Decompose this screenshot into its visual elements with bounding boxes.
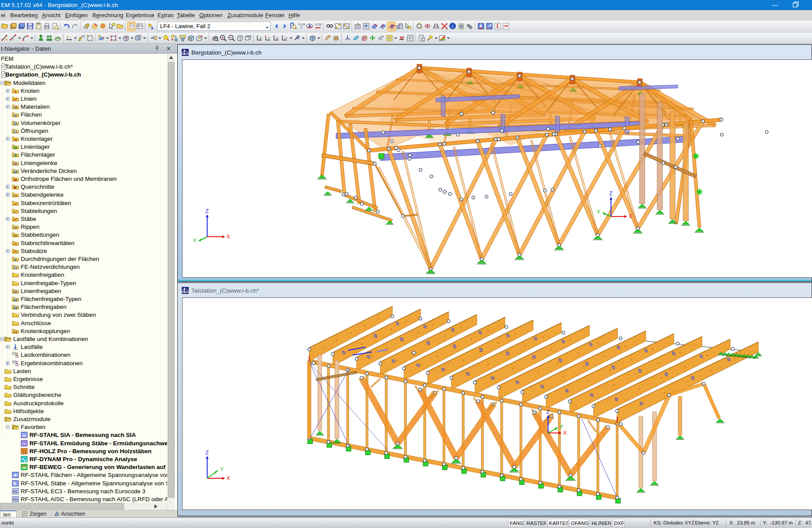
svg-text:XX: XX xyxy=(81,35,85,38)
svg-text:FD: FD xyxy=(22,442,26,445)
svg-text:SIA: SIA xyxy=(22,435,26,437)
svg-text:-Y: -Y xyxy=(284,37,287,40)
svg-text:Z: Z xyxy=(276,37,278,40)
svg-text:Z: Z xyxy=(205,450,208,456)
svg-text:X: X xyxy=(227,475,230,481)
svg-text:Z: Z xyxy=(609,191,612,197)
svg-text:AISC: AISC xyxy=(13,498,18,501)
svg-text:X: X xyxy=(563,430,567,436)
svg-text:Z: Z xyxy=(205,208,208,214)
svg-text:Y: Y xyxy=(268,37,270,40)
svg-text:X.XX: X.XX xyxy=(298,23,305,26)
svg-text:i: i xyxy=(452,24,453,29)
svg-text:Y: Y xyxy=(193,238,197,244)
svg-text:Y: Y xyxy=(560,424,563,430)
svg-text:X: X xyxy=(227,234,230,240)
svg-text:X.XX: X.XX xyxy=(315,23,322,26)
svg-text:I: I xyxy=(12,38,13,41)
svg-text:Y: Y xyxy=(597,209,600,215)
svg-text:Y: Y xyxy=(220,466,223,473)
svg-text:X: X xyxy=(629,213,632,220)
svg-text:EC: EC xyxy=(13,490,18,493)
svg-text:X: X xyxy=(260,37,262,40)
svg-text:Z: Z xyxy=(546,409,549,415)
